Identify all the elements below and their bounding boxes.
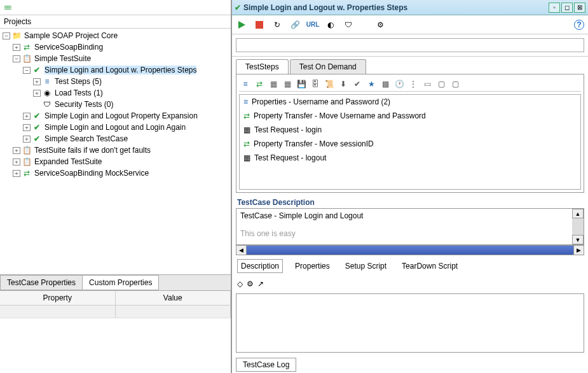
- projects-panel: ≡≡ Projects −📁Sample SOAP Project Core +…: [0, 0, 232, 373]
- main-tabs: TestSteps Test On Demand: [232, 57, 588, 74]
- h-scrollbar[interactable]: ◀ ▶: [236, 245, 584, 255]
- gear-icon[interactable]: ⚙: [374, 19, 386, 31]
- tree-teststeps[interactable]: +≡Test Steps (5): [3, 76, 228, 87]
- scroll-right-icon[interactable]: ▶: [573, 246, 584, 255]
- tree-testsuite[interactable]: −📋Simple TestSuite: [3, 53, 228, 64]
- run-toolbar: ↻ 🔗 URL ◐ 🛡 ⚙ ?: [232, 15, 588, 34]
- props-step-icon[interactable]: ≡: [240, 79, 250, 89]
- tab-testcase-properties[interactable]: TestCase Properties: [0, 275, 83, 290]
- tab-test-on-demand[interactable]: Test On Demand: [290, 59, 366, 74]
- maximize-button[interactable]: ◻: [561, 3, 573, 13]
- description-box: TestCase - Simple Login and Logout This …: [236, 208, 584, 245]
- log-output[interactable]: [236, 293, 584, 353]
- tree-testcase[interactable]: +✔Simple Login and Logout Property Expan…: [3, 110, 228, 122]
- description-heading: TestCase Description: [232, 193, 588, 208]
- db-icon[interactable]: 🗄: [310, 79, 320, 89]
- tab-teststeps[interactable]: TestSteps: [236, 59, 289, 74]
- tree-mockservice[interactable]: +⇄ServiceSoapBinding MockService: [3, 167, 228, 179]
- tree-securitytests[interactable]: 🛡Security Tests (0): [3, 99, 228, 110]
- scroll-down-icon[interactable]: ▼: [572, 235, 584, 244]
- description-text[interactable]: TestCase - Simple Login and Logout This …: [236, 209, 572, 244]
- col-property: Property: [0, 291, 116, 305]
- tab-testcase-log[interactable]: TestCase Log: [236, 358, 296, 372]
- v-scrollbar[interactable]: ▲ ▼: [572, 209, 584, 244]
- property-tabs: TestCase Properties Custom Properties: [0, 274, 231, 290]
- export-icon[interactable]: ↗: [257, 279, 264, 288]
- mq2-icon[interactable]: ▢: [450, 79, 460, 89]
- shield-icon[interactable]: 🛡: [343, 19, 354, 31]
- tree-testcase[interactable]: +✔Simple Search TestCase: [3, 133, 228, 144]
- minimize-button[interactable]: ▫: [549, 3, 560, 13]
- mq1-icon[interactable]: ▢: [436, 79, 446, 89]
- help-icon[interactable]: ?: [574, 20, 584, 30]
- teststep-list[interactable]: ≡Properties - Username and Password (2) …: [239, 94, 581, 190]
- loop-icon[interactable]: ↻: [271, 19, 283, 31]
- projects-heading: Projects: [0, 15, 231, 29]
- teststep-item[interactable]: ⇄Property Transfer - Move Username and P…: [240, 109, 580, 123]
- grid-icon[interactable]: ▩: [380, 79, 390, 89]
- more-icon[interactable]: ⋮: [408, 79, 418, 89]
- properties-table: Property Value: [0, 290, 231, 373]
- properties-body[interactable]: [0, 306, 231, 373]
- tree-testcase[interactable]: +✔Simple Login and Logout and Login Agai…: [3, 122, 228, 133]
- svg-rect-1: [256, 21, 263, 29]
- teststep-item[interactable]: ≡Properties - Username and Password (2): [240, 95, 580, 109]
- disk-icon[interactable]: 💾: [296, 79, 306, 89]
- col-value: Value: [116, 291, 231, 305]
- gear-icon[interactable]: ⚙: [247, 279, 254, 288]
- teststeps-panel: ≡ ⇄ ▦ ▦ 💾 🗄 📜 ⬇ ✔ ★ ▩ 🕐 ⋮ ▭ ▢ ▢ ≡Propert…: [236, 74, 584, 193]
- scroll-left-icon[interactable]: ◀: [236, 246, 247, 255]
- tree-testsuite[interactable]: +📋Expanded TestSuite: [3, 156, 228, 167]
- down-icon[interactable]: ⬇: [338, 79, 348, 89]
- editor-title-bar: ✔ Simple Login and Logout w. Properties …: [232, 0, 588, 15]
- teststep-item[interactable]: ▦Test Request - logout: [240, 151, 580, 165]
- subtab-properties[interactable]: Properties: [292, 260, 333, 272]
- svg-marker-0: [238, 21, 245, 29]
- description-subtabs: Description Properties Setup Script Tear…: [232, 255, 588, 277]
- scroll-up-icon[interactable]: ▲: [572, 209, 584, 218]
- hamburger-icon[interactable]: ≡≡: [4, 3, 10, 12]
- search-input[interactable]: [236, 38, 584, 52]
- tree-binding[interactable]: +⇄ServiceSoapBinding: [3, 41, 228, 53]
- stop-icon[interactable]: [254, 19, 265, 31]
- clock-icon[interactable]: 🕐: [394, 79, 404, 89]
- subtab-teardown[interactable]: TearDown Script: [399, 260, 461, 272]
- rest-icon[interactable]: ▦: [282, 79, 292, 89]
- log-tools: ◇ ⚙ ↗: [232, 277, 588, 291]
- link-icon[interactable]: 🔗: [289, 19, 301, 31]
- left-toolbar: ≡≡: [0, 0, 231, 15]
- subtab-setup[interactable]: Setup Script: [342, 260, 390, 272]
- project-tree[interactable]: −📁Sample SOAP Project Core +⇄ServiceSoap…: [0, 29, 231, 274]
- tree-testsuite[interactable]: +📋TestSuite fails if we don't get faults: [3, 144, 228, 156]
- steps-toolbar: ≡ ⇄ ▦ ▦ 💾 🗄 📜 ⬇ ✔ ★ ▩ 🕐 ⋮ ▭ ▢ ▢: [239, 77, 581, 92]
- tree-project-root[interactable]: −📁Sample SOAP Project Core: [3, 30, 228, 41]
- eraser-icon[interactable]: ◇: [237, 279, 243, 288]
- panel-icon[interactable]: ▭: [422, 79, 432, 89]
- subtab-description[interactable]: Description: [237, 259, 283, 273]
- tree-testcase-selected[interactable]: −✔Simple Login and Logout w. Properties …: [3, 64, 228, 76]
- check2-icon[interactable]: ✔: [352, 79, 362, 89]
- check-icon: ✔: [235, 3, 241, 12]
- script-icon[interactable]: 📜: [324, 79, 334, 89]
- transfer-step-icon[interactable]: ⇄: [254, 79, 264, 89]
- soap-icon[interactable]: ▦: [268, 79, 278, 89]
- editor-title: Simple Login and Logout w. Properties St…: [243, 3, 547, 12]
- teststep-item[interactable]: ⇄Property Transfer - Move sessionID: [240, 137, 580, 151]
- teststep-item[interactable]: ▦Test Request - login: [240, 123, 580, 137]
- star-icon[interactable]: ★: [366, 79, 376, 89]
- url-icon[interactable]: URL: [307, 19, 318, 31]
- tab-custom-properties[interactable]: Custom Properties: [82, 275, 159, 290]
- run-icon[interactable]: [236, 19, 247, 31]
- tree-loadtests[interactable]: +◉Load Tests (1): [3, 87, 228, 99]
- shield-circle-icon[interactable]: ◐: [325, 19, 336, 31]
- editor-panel: ✔ Simple Login and Logout w. Properties …: [232, 0, 588, 373]
- close-button[interactable]: ⊠: [574, 3, 585, 13]
- search-bar: [232, 34, 588, 57]
